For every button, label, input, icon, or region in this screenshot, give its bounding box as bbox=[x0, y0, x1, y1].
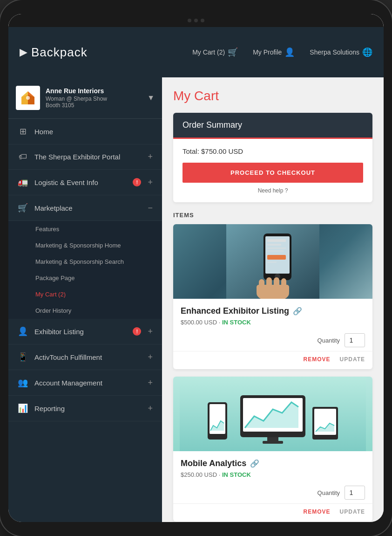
item-1-name: Enhanced Exhibitor Listing 🔗 bbox=[181, 306, 365, 316]
exhibitor-alert-badge: ! bbox=[133, 327, 141, 336]
item-2-actions: REMOVE UPDATE bbox=[173, 503, 372, 522]
svg-rect-19 bbox=[259, 279, 264, 289]
activtouch-label: ActivTouch Fulfillment bbox=[34, 353, 141, 361]
reporting-icon: 📊 bbox=[18, 403, 28, 413]
item-image-analytics bbox=[173, 377, 372, 451]
sidebar-item-logistic[interactable]: 🚛 Logistic & Event Info ! + bbox=[8, 170, 162, 195]
solutions-nav-item[interactable]: Sherpa Solutions 🌐 bbox=[310, 47, 372, 57]
account-subtitle: Woman @ Sherpa Show bbox=[46, 96, 142, 102]
item-2-link-icon[interactable]: 🔗 bbox=[250, 459, 259, 468]
account-expand-icon: + bbox=[148, 378, 153, 388]
item-1-price: $500.00 USD · IN STOCK bbox=[181, 319, 365, 326]
marketplace-collapse-icon: − bbox=[148, 203, 153, 213]
tablet-frame: ▶ Backpack My Cart (2) 🛒 My Profile 👤 Sh… bbox=[0, 0, 392, 536]
submenu-mkt-home[interactable]: Marketing & Sponsorship Home bbox=[8, 237, 162, 254]
item-1-qty-label: Quantity bbox=[318, 337, 340, 344]
exhibitor-icon: 👤 bbox=[18, 326, 28, 337]
sidebar-item-account[interactable]: 👥 Account Management + bbox=[8, 370, 162, 396]
submenu-mkt-search[interactable]: Marketing & Sponsorship Search bbox=[8, 254, 162, 270]
account-name: Anne Rue Interiors bbox=[46, 87, 142, 95]
item-2-info: Mobile Analytics 🔗 $250.00 USD · IN STOC… bbox=[173, 451, 372, 482]
order-summary-card: Order Summary Total: $750.00 USD PROCEED… bbox=[173, 113, 372, 202]
activtouch-expand-icon: + bbox=[148, 352, 153, 362]
logo-text: Backpack bbox=[31, 45, 88, 60]
svg-rect-15 bbox=[267, 261, 277, 263]
home-label: Home bbox=[34, 128, 153, 136]
item-2-qty-input[interactable] bbox=[345, 486, 365, 500]
marketplace-submenu: Features Marketing & Sponsorship Home Ma… bbox=[8, 221, 162, 319]
globe-icon: 🌐 bbox=[362, 47, 372, 57]
topbar: ▶ Backpack My Cart (2) 🛒 My Profile 👤 Sh… bbox=[8, 27, 384, 77]
sidebar-item-sherpa[interactable]: 🏷 The Sherpa Exhibitor Portal + bbox=[8, 144, 162, 170]
item-2-name: Mobile Analytics 🔗 bbox=[181, 459, 365, 468]
svg-rect-22 bbox=[281, 278, 286, 288]
account-header[interactable]: Anne Rue Interiors Woman @ Sherpa Show B… bbox=[8, 77, 162, 119]
sherpa-expand-icon: + bbox=[148, 152, 153, 162]
sidebar-item-activtouch[interactable]: 📱 ActivTouch Fulfillment + bbox=[8, 344, 162, 370]
sherpa-label: The Sherpa Exhibitor Portal bbox=[34, 153, 141, 161]
account-logo-svg bbox=[18, 88, 38, 108]
main-content: My Cart Order Summary Total: $750.00 USD… bbox=[162, 77, 384, 522]
item-2-remove-button[interactable]: REMOVE bbox=[304, 509, 331, 515]
checkout-button[interactable]: PROCEED TO CHECKOUT bbox=[182, 163, 363, 183]
item-1-qty-row: Quantity bbox=[173, 330, 372, 351]
sidebar-item-exhibitor[interactable]: 👤 Exhibitor Listing ! + bbox=[8, 319, 162, 344]
sidebar: Anne Rue Interiors Woman @ Sherpa Show B… bbox=[8, 77, 162, 522]
submenu-mycart[interactable]: My Cart (2) bbox=[8, 286, 162, 302]
svg-rect-20 bbox=[266, 277, 272, 288]
camera-dot bbox=[188, 19, 191, 22]
item-1-stock: IN STOCK bbox=[222, 319, 251, 326]
logistic-label: Logistic & Event Info bbox=[34, 179, 124, 186]
item-2-update-button[interactable]: UPDATE bbox=[340, 509, 365, 515]
logistic-alert-badge: ! bbox=[133, 178, 141, 186]
account-mgmt-label: Account Management bbox=[34, 379, 141, 387]
topbar-nav: My Cart (2) 🛒 My Profile 👤 Sherpa Soluti… bbox=[192, 47, 372, 57]
submenu-package[interactable]: Package Page bbox=[8, 270, 162, 286]
item-1-remove-button[interactable]: REMOVE bbox=[304, 356, 331, 363]
profile-nav-item[interactable]: My Profile 👤 bbox=[253, 47, 295, 57]
camera-bar bbox=[8, 14, 384, 27]
exhibitor-label: Exhibitor Listing bbox=[34, 328, 124, 336]
submenu-order-history[interactable]: Order History bbox=[8, 302, 162, 319]
phone-illustration bbox=[226, 224, 319, 299]
reporting-label: Reporting bbox=[34, 405, 141, 412]
sidebar-item-home[interactable]: ⊞ Home bbox=[8, 119, 162, 144]
cart-nav-item[interactable]: My Cart (2) 🛒 bbox=[192, 47, 238, 57]
speaker-dot bbox=[194, 19, 198, 22]
item-2-qty-row: Quantity bbox=[173, 482, 372, 503]
order-summary-header: Order Summary bbox=[173, 113, 372, 137]
main-layout: Anne Rue Interiors Woman @ Sherpa Show B… bbox=[8, 77, 384, 522]
item-1-actions: REMOVE UPDATE bbox=[173, 351, 372, 369]
svg-rect-13 bbox=[267, 250, 284, 252]
need-help-text[interactable]: Need help ? bbox=[182, 187, 363, 194]
item-card-2: Mobile Analytics 🔗 $250.00 USD · IN STOC… bbox=[173, 377, 372, 522]
solutions-label: Sherpa Solutions bbox=[310, 48, 359, 56]
sidebar-item-marketplace[interactable]: 🛒 Marketplace − bbox=[8, 195, 162, 221]
item-image-phone bbox=[173, 224, 372, 299]
item-card-1: Enhanced Exhibitor Listing 🔗 $500.00 USD… bbox=[173, 224, 372, 369]
svg-rect-11 bbox=[267, 244, 281, 246]
item-1-update-button[interactable]: UPDATE bbox=[340, 356, 365, 363]
item-2-stock: IN STOCK bbox=[222, 471, 251, 478]
order-total: Total: $750.00 USD bbox=[182, 147, 363, 155]
item-2-price: $250.00 USD · IN STOCK bbox=[181, 471, 365, 478]
account-logo bbox=[16, 86, 40, 110]
logo-icon: ▶ bbox=[20, 46, 27, 58]
sidebar-item-reporting[interactable]: 📊 Reporting + bbox=[8, 396, 162, 421]
account-mgmt-icon: 👥 bbox=[18, 378, 28, 388]
item-1-info: Enhanced Exhibitor Listing 🔗 $500.00 USD… bbox=[173, 299, 372, 330]
account-dropdown-arrow: ▼ bbox=[147, 94, 155, 102]
items-label: ITEMS bbox=[173, 212, 372, 219]
cart-icon: 🛒 bbox=[228, 47, 238, 57]
svg-rect-12 bbox=[267, 247, 286, 249]
submenu-features[interactable]: Features bbox=[8, 221, 162, 237]
account-booth: Booth 3105 bbox=[46, 102, 142, 109]
logo-area: ▶ Backpack bbox=[20, 45, 192, 60]
svg-rect-14 bbox=[267, 255, 286, 260]
svg-point-6 bbox=[26, 96, 30, 100]
item-1-qty-input[interactable] bbox=[345, 333, 365, 347]
item-1-link-icon[interactable]: 🔗 bbox=[293, 307, 302, 316]
analytics-illustration bbox=[173, 377, 372, 451]
svg-rect-28 bbox=[263, 441, 283, 444]
item-2-qty-label: Quantity bbox=[318, 489, 340, 496]
